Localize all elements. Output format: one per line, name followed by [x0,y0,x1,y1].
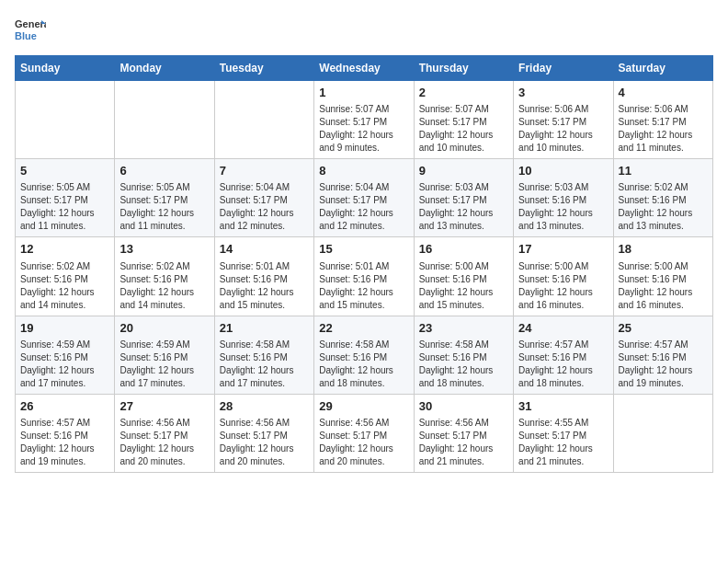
day-info: Sunrise: 5:01 AM [319,260,408,273]
day-info: Daylight: 12 hours [20,207,109,220]
logo-svg: General Blue [15,15,46,46]
day-info: Daylight: 12 hours [419,207,508,220]
week-row-5: 26Sunrise: 4:57 AMSunset: 5:16 PMDayligh… [16,394,713,472]
day-cell: 12Sunrise: 5:02 AMSunset: 5:16 PMDayligh… [16,237,115,316]
weekday-header-friday: Friday [514,56,613,81]
day-info: Daylight: 12 hours [419,129,508,142]
day-number: 22 [319,320,408,337]
day-info: Sunset: 5:17 PM [319,194,408,207]
day-info: Sunrise: 4:56 AM [119,417,209,430]
day-info: Sunset: 5:17 PM [220,430,309,442]
day-info: Sunset: 5:16 PM [220,351,309,364]
day-info: and 10 minutes. [518,142,608,155]
day-number: 24 [518,320,608,337]
day-info: Daylight: 12 hours [220,364,309,377]
day-info: Daylight: 12 hours [220,442,309,455]
day-cell: 15Sunrise: 5:01 AMSunset: 5:16 PMDayligh… [314,237,414,316]
day-info: and 16 minutes. [619,299,708,312]
day-info: Sunset: 5:17 PM [319,116,408,129]
day-info: Daylight: 12 hours [518,442,608,455]
day-cell: 6Sunrise: 5:05 AMSunset: 5:17 PMDaylight… [115,159,214,237]
day-info: and 20 minutes. [220,455,309,468]
day-info: and 12 minutes. [220,220,309,233]
day-info: Sunrise: 4:57 AM [20,417,109,430]
day-info: and 18 minutes. [319,377,408,390]
day-info: Sunrise: 5:05 AM [119,181,209,194]
day-info: Sunrise: 4:55 AM [518,417,608,430]
day-info: and 18 minutes. [518,377,608,390]
day-info: Sunrise: 5:04 AM [319,181,408,194]
day-info: Sunset: 5:17 PM [220,194,309,207]
day-info: Daylight: 12 hours [319,129,408,142]
day-info: and 17 minutes. [119,377,209,390]
day-info: and 20 minutes. [319,455,408,468]
day-info: Sunrise: 5:07 AM [319,103,408,116]
day-info: Sunrise: 4:56 AM [220,417,309,430]
week-row-2: 5Sunrise: 5:05 AMSunset: 5:17 PMDaylight… [16,159,713,237]
day-info: Sunrise: 4:56 AM [419,417,508,430]
day-info: Sunset: 5:16 PM [419,273,508,286]
day-number: 1 [319,85,408,101]
svg-text:General: General [15,18,46,29]
day-info: Sunrise: 5:01 AM [220,260,309,273]
day-info: and 13 minutes. [619,220,708,233]
day-number: 6 [119,163,209,179]
day-info: and 19 minutes. [619,377,708,390]
day-number: 17 [518,241,608,258]
day-cell: 29Sunrise: 4:56 AMSunset: 5:17 PMDayligh… [314,394,414,472]
day-info: and 18 minutes. [419,377,508,390]
weekday-header-saturday: Saturday [613,56,712,81]
day-info: Daylight: 12 hours [20,364,109,377]
day-cell: 13Sunrise: 5:02 AMSunset: 5:16 PMDayligh… [115,237,214,316]
logo: General Blue [15,15,46,46]
day-info: Sunrise: 5:07 AM [419,103,508,116]
day-number: 18 [619,241,708,258]
day-cell: 8Sunrise: 5:04 AMSunset: 5:17 PMDaylight… [314,159,414,237]
day-cell: 17Sunrise: 5:00 AMSunset: 5:16 PMDayligh… [514,237,613,316]
day-info: and 21 minutes. [419,455,508,468]
day-cell: 9Sunrise: 5:03 AMSunset: 5:17 PMDaylight… [414,159,513,237]
day-cell [214,81,313,159]
day-cell: 4Sunrise: 5:06 AMSunset: 5:17 PMDaylight… [613,81,712,159]
day-info: Sunrise: 5:02 AM [119,260,209,273]
day-info: Daylight: 12 hours [518,364,608,377]
day-info: and 14 minutes. [119,299,209,312]
week-row-4: 19Sunrise: 4:59 AMSunset: 5:16 PMDayligh… [16,316,713,394]
day-number: 4 [619,85,708,101]
day-info: Sunset: 5:17 PM [20,194,109,207]
day-info: and 20 minutes. [119,455,209,468]
day-info: Sunset: 5:16 PM [619,194,708,207]
day-cell [16,81,115,159]
day-number: 10 [518,163,608,179]
day-info: Sunrise: 5:05 AM [20,181,109,194]
day-cell: 7Sunrise: 5:04 AMSunset: 5:17 PMDaylight… [214,159,313,237]
day-info: Sunrise: 4:56 AM [319,417,408,430]
day-cell: 24Sunrise: 4:57 AMSunset: 5:16 PMDayligh… [514,316,613,394]
weekday-header-thursday: Thursday [414,56,513,81]
day-info: and 11 minutes. [619,142,708,155]
day-cell: 22Sunrise: 4:58 AMSunset: 5:16 PMDayligh… [314,316,414,394]
day-cell: 19Sunrise: 4:59 AMSunset: 5:16 PMDayligh… [16,316,115,394]
day-cell: 28Sunrise: 4:56 AMSunset: 5:17 PMDayligh… [214,394,313,472]
day-info: and 15 minutes. [319,299,408,312]
day-cell: 3Sunrise: 5:06 AMSunset: 5:17 PMDaylight… [514,81,613,159]
day-number: 27 [119,398,209,415]
day-info: Sunrise: 5:02 AM [619,181,708,194]
day-info: Sunset: 5:17 PM [419,194,508,207]
day-info: and 11 minutes. [20,220,109,233]
day-info: and 17 minutes. [220,377,309,390]
day-info: and 13 minutes. [419,220,508,233]
day-info: Sunrise: 4:58 AM [220,339,309,351]
day-info: Daylight: 12 hours [518,129,608,142]
day-info: Daylight: 12 hours [319,364,408,377]
day-info: Sunrise: 5:03 AM [518,181,608,194]
day-info: Daylight: 12 hours [319,207,408,220]
day-cell: 5Sunrise: 5:05 AMSunset: 5:17 PMDaylight… [16,159,115,237]
day-info: Sunset: 5:16 PM [119,273,209,286]
day-info: Daylight: 12 hours [20,286,109,299]
day-number: 30 [419,398,508,415]
day-cell: 11Sunrise: 5:02 AMSunset: 5:16 PMDayligh… [613,159,712,237]
day-cell: 10Sunrise: 5:03 AMSunset: 5:16 PMDayligh… [514,159,613,237]
day-cell: 27Sunrise: 4:56 AMSunset: 5:17 PMDayligh… [115,394,214,472]
day-cell [613,394,712,472]
